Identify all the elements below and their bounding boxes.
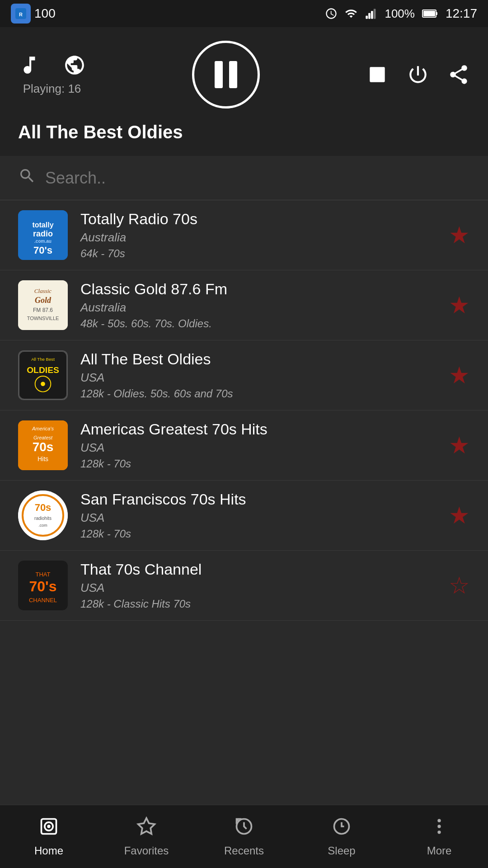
stop-icon[interactable] xyxy=(366,63,389,86)
svg-rect-5 xyxy=(374,9,376,19)
favorites-icon xyxy=(136,816,156,841)
svg-text:70s: 70s xyxy=(35,502,52,513)
station-meta-2: 48k - 50s. 60s. 70s. Oldies. xyxy=(80,317,441,330)
nav-item-recents[interactable]: Recents xyxy=(195,816,293,857)
svg-rect-3 xyxy=(369,13,371,19)
nav-item-more[interactable]: More xyxy=(390,816,488,857)
music-icon[interactable] xyxy=(18,54,41,76)
list-item[interactable]: totally radio .com.au 70's Totally Radio… xyxy=(0,200,488,270)
svg-text:THAT: THAT xyxy=(36,571,51,578)
station-name-2: Classic Gold 87.6 Fm xyxy=(80,280,441,298)
station-info-5: San Franciscos 70s Hits USA 128k - 70s xyxy=(80,491,441,540)
nav-item-favorites[interactable]: Favorites xyxy=(98,816,195,857)
player-header: Playing: 16 All The Best Oldies xyxy=(0,27,488,156)
station-name-5: San Franciscos 70s Hits xyxy=(80,491,441,508)
station-country-2: Australia xyxy=(80,301,441,315)
station-info-1: Totally Radio 70s Australia 64k - 70s xyxy=(80,210,441,260)
app-icon: R xyxy=(11,4,31,24)
svg-text:CHANNEL: CHANNEL xyxy=(29,597,57,604)
station-meta-5: 128k - 70s xyxy=(80,528,441,540)
svg-text:.com.au: .com.au xyxy=(34,239,52,244)
nav-label-recents: Recents xyxy=(224,844,264,857)
nav-item-sleep[interactable]: Sleep xyxy=(293,816,390,857)
station-logo-2: Classic Gold FM 87.6 TOWNSVILLE xyxy=(18,280,68,330)
signal-icon xyxy=(365,7,377,20)
station-name-6: That 70s Channel xyxy=(80,561,441,578)
wifi-icon xyxy=(345,7,357,20)
station-logo-6: THAT 70's CHANNEL xyxy=(18,561,68,610)
favorite-star-2[interactable]: ★ xyxy=(449,292,470,319)
globe-icon[interactable] xyxy=(63,54,86,76)
battery-icon xyxy=(422,7,438,20)
svg-rect-7 xyxy=(436,12,437,15)
list-item[interactable]: All The Best OLDIES All The Best Oldies … xyxy=(0,340,488,410)
favorite-star-1[interactable]: ★ xyxy=(449,222,470,249)
station-meta-4: 128k - 70s xyxy=(80,458,441,470)
more-icon xyxy=(429,816,449,841)
station-logo-5: 70s radiohits .com xyxy=(18,491,68,540)
station-list: totally radio .com.au 70's Totally Radio… xyxy=(0,200,488,820)
svg-text:Gold: Gold xyxy=(35,296,52,305)
svg-point-30 xyxy=(18,491,68,540)
svg-text:.com: .com xyxy=(38,523,47,528)
player-right-section xyxy=(366,63,470,86)
svg-text:70's: 70's xyxy=(29,578,57,594)
svg-text:America's: America's xyxy=(32,426,54,431)
station-name-3: All The Best Oldies xyxy=(80,350,441,368)
bottom-nav: Home Favorites Recents xyxy=(0,805,488,868)
svg-text:TOWNSVILLE: TOWNSVILLE xyxy=(27,316,59,321)
svg-rect-9 xyxy=(370,67,385,82)
svg-text:Hits: Hits xyxy=(38,455,48,462)
favorite-star-3[interactable]: ★ xyxy=(449,362,470,389)
svg-marker-42 xyxy=(138,818,155,834)
station-meta-3: 128k - Oldies. 50s. 60s and 70s xyxy=(80,387,441,400)
status-right: 100% 12:17 xyxy=(325,6,477,21)
list-item[interactable]: 70s radiohits .com San Franciscos 70s Hi… xyxy=(0,481,488,551)
station-name-1: Totally Radio 70s xyxy=(80,210,441,228)
playing-text: Playing: 16 xyxy=(23,82,81,96)
list-item[interactable]: Classic Gold FM 87.6 TOWNSVILLE Classic … xyxy=(0,270,488,340)
favorite-star-6[interactable]: ☆ xyxy=(449,572,470,599)
nav-label-home: Home xyxy=(34,844,63,857)
player-controls-row: Playing: 16 xyxy=(18,41,470,108)
home-icon xyxy=(39,816,59,841)
list-item[interactable]: America's Greatest 70s Hits Americas Gre… xyxy=(0,410,488,481)
svg-rect-4 xyxy=(371,11,373,19)
nav-label-favorites: Favorites xyxy=(124,844,169,857)
search-bar xyxy=(0,156,488,200)
nav-item-home[interactable]: Home xyxy=(0,816,98,857)
status-left: R 100 xyxy=(11,4,56,24)
svg-text:radiohits: radiohits xyxy=(34,516,52,521)
svg-text:totally: totally xyxy=(32,221,53,229)
nav-label-more: More xyxy=(427,844,452,857)
svg-rect-8 xyxy=(423,11,435,16)
station-info-6: That 70s Channel USA 128k - Classic Hits… xyxy=(80,561,441,610)
station-info-2: Classic Gold 87.6 Fm Australia 48k - 50s… xyxy=(80,280,441,330)
svg-text:radio: radio xyxy=(33,229,53,238)
svg-point-41 xyxy=(47,825,50,828)
battery-percent: 100% xyxy=(385,7,415,21)
power-icon[interactable] xyxy=(407,63,429,86)
share-icon[interactable] xyxy=(447,63,470,86)
status-bar: R 100 100% 12:17 xyxy=(0,0,488,27)
favorite-star-5[interactable]: ★ xyxy=(449,502,470,529)
station-country-5: USA xyxy=(80,511,441,525)
alarm-icon xyxy=(325,7,338,20)
station-country-4: USA xyxy=(80,441,441,455)
sleep-icon xyxy=(332,816,352,841)
station-name-4: Americas Greatest 70s Hits xyxy=(80,420,441,438)
favorite-star-4[interactable]: ★ xyxy=(449,432,470,459)
station-logo-4: America's Greatest 70s Hits xyxy=(18,420,68,470)
svg-rect-2 xyxy=(366,16,368,19)
station-logo-1: totally radio .com.au 70's xyxy=(18,210,68,260)
svg-text:OLDIES: OLDIES xyxy=(27,365,59,375)
station-logo-3: All The Best OLDIES xyxy=(18,350,68,400)
time: 12:17 xyxy=(446,6,477,21)
search-icon xyxy=(18,167,36,189)
pause-button[interactable] xyxy=(192,41,260,108)
station-info-4: Americas Greatest 70s Hits USA 128k - 70… xyxy=(80,420,441,470)
list-item[interactable]: THAT 70's CHANNEL That 70s Channel USA 1… xyxy=(0,551,488,621)
search-input[interactable] xyxy=(45,169,470,188)
station-country-6: USA xyxy=(80,581,441,595)
station-country-3: USA xyxy=(80,371,441,385)
